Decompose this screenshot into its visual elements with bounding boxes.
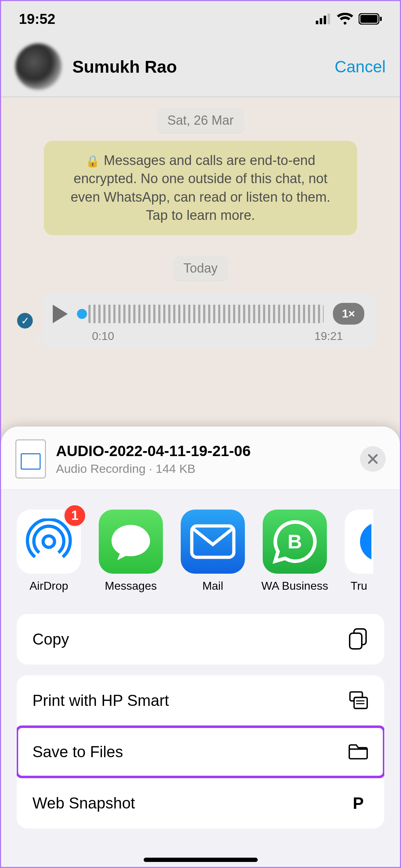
- contact-name[interactable]: Sumukh Rao: [72, 57, 177, 77]
- encryption-notice[interactable]: 🔒 Messages and calls are end-to-end encr…: [44, 141, 357, 235]
- status-indicators: [316, 13, 382, 25]
- home-indicator[interactable]: [144, 858, 258, 862]
- screen: 19:52 Sumukh Rao Cancel Sat, 26 Mar 🔒 Me…: [0, 0, 401, 868]
- battery-icon: [359, 13, 382, 25]
- action-copy[interactable]: Copy: [17, 614, 384, 665]
- action-save-to-files[interactable]: Save to Files: [17, 727, 384, 777]
- action-label: Copy: [32, 630, 69, 648]
- svg-point-7: [43, 536, 55, 547]
- svg-text:B: B: [288, 530, 302, 553]
- action-label: Print with HP Smart: [32, 692, 169, 709]
- truecaller-icon: [345, 510, 373, 574]
- app-airdrop[interactable]: 1 AirDrop: [17, 510, 81, 593]
- lock-icon: 🔒: [86, 155, 100, 167]
- web-snapshot-icon: P: [348, 793, 369, 813]
- app-mail[interactable]: Mail: [181, 510, 245, 593]
- action-web-snapshot[interactable]: Web Snapshot P: [17, 778, 384, 828]
- play-icon[interactable]: [53, 305, 68, 323]
- file-icon: [15, 439, 46, 479]
- printer-icon: [348, 690, 369, 711]
- status-time: 19:52: [19, 11, 55, 27]
- chat-body: Sat, 26 Mar 🔒 Messages and calls are end…: [1, 97, 400, 431]
- date-pill: Sat, 26 Mar: [156, 108, 244, 133]
- share-file-title: AUDIO-2022-04-11-19-21-06: [56, 443, 251, 460]
- messages-icon: [99, 510, 163, 574]
- voice-progress[interactable]: [77, 304, 324, 324]
- share-sheet: AUDIO-2022-04-11-19-21-06 Audio Recordin…: [1, 427, 400, 867]
- app-label: Tru: [351, 579, 367, 593]
- svg-rect-11: [350, 633, 362, 649]
- share-apps-row[interactable]: 1 AirDrop Messages Mail B WA: [1, 490, 400, 614]
- avatar[interactable]: [15, 43, 62, 90]
- svg-rect-2: [324, 16, 326, 24]
- waveform-icon: [88, 305, 324, 323]
- action-card-group: Print with HP Smart Save to Files Web Sn…: [17, 675, 384, 828]
- chat-header: Sumukh Rao Cancel: [1, 37, 400, 97]
- cancel-button[interactable]: Cancel: [335, 57, 386, 76]
- svg-rect-1: [320, 18, 322, 24]
- svg-rect-5: [360, 15, 377, 23]
- action-label: Save to Files: [32, 743, 123, 761]
- svg-rect-3: [328, 14, 330, 24]
- mail-icon: [181, 510, 245, 574]
- app-label: AirDrop: [30, 579, 68, 593]
- app-wa-business[interactable]: B WA Business: [263, 510, 327, 593]
- airdrop-icon: 1: [17, 510, 81, 574]
- svg-rect-6: [380, 17, 382, 21]
- app-messages[interactable]: Messages: [99, 510, 163, 593]
- folder-icon: [348, 742, 369, 762]
- app-label: WA Business: [261, 579, 328, 593]
- action-label: Web Snapshot: [32, 794, 135, 812]
- share-header: AUDIO-2022-04-11-19-21-06 Audio Recordin…: [1, 427, 400, 490]
- voice-message[interactable]: ✓ 1× 0:10 19:21: [42, 292, 375, 349]
- wifi-icon: [337, 13, 353, 25]
- svg-rect-0: [316, 21, 318, 24]
- close-icon: [367, 454, 378, 464]
- share-actions: Copy Print with HP Smart Save to Files: [1, 614, 400, 853]
- playback-speed-button[interactable]: 1×: [333, 303, 364, 325]
- date-pill-today: Today: [173, 256, 228, 281]
- status-bar: 19:52: [1, 1, 400, 37]
- voice-elapsed: 0:10: [92, 330, 114, 343]
- svg-rect-13: [354, 697, 367, 708]
- action-card-copy: Copy: [17, 614, 384, 665]
- cellular-icon: [316, 14, 331, 24]
- voice-timestamp: 19:21: [314, 330, 343, 343]
- share-file-subtitle: Audio Recording · 144 KB: [56, 462, 251, 476]
- selection-check-icon[interactable]: ✓: [17, 313, 33, 329]
- wa-business-icon: B: [263, 510, 327, 574]
- app-label: Mail: [202, 579, 223, 593]
- progress-knob[interactable]: [77, 309, 87, 319]
- encryption-text: Messages and calls are end-to-end encryp…: [71, 153, 330, 223]
- app-truecaller[interactable]: Tru: [345, 510, 373, 593]
- copy-icon: [348, 629, 369, 650]
- airdrop-badge: 1: [63, 504, 87, 527]
- close-button[interactable]: [360, 446, 386, 472]
- app-label: Messages: [105, 579, 157, 593]
- action-print[interactable]: Print with HP Smart: [17, 675, 384, 726]
